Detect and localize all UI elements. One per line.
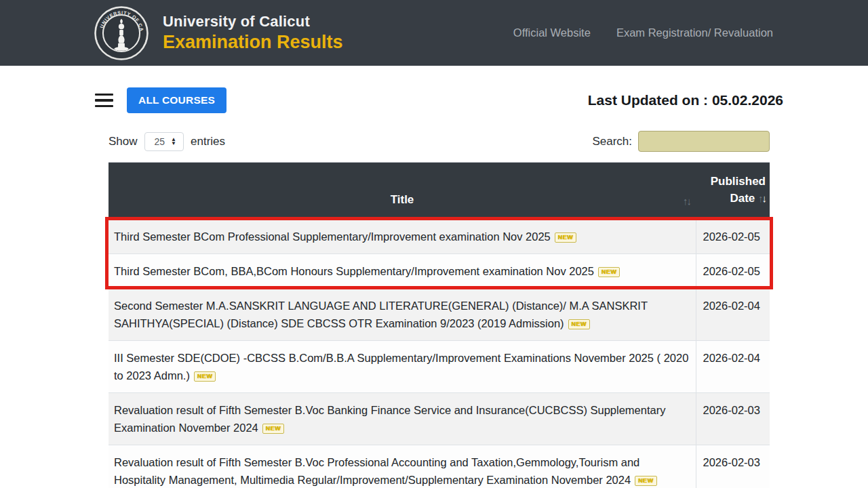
brand-block: University of Calicut Examination Result… bbox=[163, 13, 343, 53]
new-badge: NEW bbox=[194, 371, 216, 382]
result-row: Third Semester BCom, BBA,BCom Honours Su… bbox=[108, 254, 770, 289]
toolbar: ALL COURSES Last Updated on : 05.02.2026 bbox=[95, 87, 783, 113]
column-header-title[interactable]: Title ↑↓ bbox=[108, 163, 696, 220]
search-label: Search: bbox=[592, 135, 632, 148]
page-length-control: Show 25 ▲▼ entries bbox=[108, 132, 225, 151]
results-table: Title ↑↓ Published Date ↑↓ Third Semeste… bbox=[108, 162, 770, 488]
result-title-cell[interactable]: III Semester SDE(CDOE) -CBCSS B.Com/B.B.… bbox=[108, 341, 696, 393]
site-title: Examination Results bbox=[163, 32, 343, 53]
new-badge: NEW bbox=[635, 476, 657, 486]
results-table-body: Third Semester BCom Professional Supplem… bbox=[108, 220, 770, 488]
result-title-text[interactable]: Third Semester BCom, BBA,BCom Honours Su… bbox=[114, 265, 594, 277]
sort-icon-published-date[interactable]: ↑↓ bbox=[758, 192, 766, 204]
page-size-select[interactable]: 25 ▲▼ bbox=[144, 132, 184, 151]
page-size-value: 25 bbox=[155, 136, 165, 147]
search-control: Search: bbox=[592, 131, 770, 152]
new-badge: NEW bbox=[598, 267, 620, 277]
result-title-cell[interactable]: Revaluation result of Fifth Semester B.V… bbox=[108, 445, 696, 488]
result-row: Revaluation result of Fifth Semester B.V… bbox=[108, 393, 770, 445]
all-courses-button[interactable]: ALL COURSES bbox=[127, 87, 226, 113]
result-published-date: 2026-02-05 bbox=[696, 254, 770, 289]
university-logo-icon: UNIVERSITY OF CALICUT bbox=[94, 5, 149, 61]
new-badge: NEW bbox=[568, 319, 591, 329]
result-row: Third Semester BCom Professional Supplem… bbox=[108, 220, 770, 254]
result-title-text[interactable]: Revaluation result of Fifth Semester B.V… bbox=[114, 456, 639, 486]
result-row: Second Semester M.A.SANSKRIT LANGUAGE AN… bbox=[108, 289, 770, 341]
column-header-published-date[interactable]: Published Date ↑↓ bbox=[696, 163, 770, 220]
result-title-cell[interactable]: Third Semester BCom, BBA,BCom Honours Su… bbox=[108, 254, 696, 289]
result-published-date: 2026-02-04 bbox=[696, 289, 770, 341]
university-name: University of Calicut bbox=[163, 13, 343, 30]
table-controls: Show 25 ▲▼ entries Search: bbox=[108, 131, 770, 152]
result-title-text[interactable]: Third Semester BCom Professional Supplem… bbox=[114, 230, 551, 243]
results-table-wrap: Title ↑↓ Published Date ↑↓ Third Semeste… bbox=[108, 162, 770, 488]
result-title-cell[interactable]: Revaluation result of Fifth Semester B.V… bbox=[108, 393, 696, 445]
result-published-date: 2026-02-03 bbox=[696, 445, 770, 488]
nav-exam-registration-revaluation[interactable]: Exam Registration/ Revaluation bbox=[616, 26, 773, 39]
nav-official-website[interactable]: Official Website bbox=[513, 26, 591, 39]
result-published-date: 2026-02-03 bbox=[696, 393, 770, 445]
result-title-text[interactable]: Revaluation result of Fifth Semester B.V… bbox=[114, 404, 665, 434]
result-title-cell[interactable]: Second Semester M.A.SANSKRIT LANGUAGE AN… bbox=[108, 289, 696, 341]
menu-hamburger-icon[interactable] bbox=[95, 94, 113, 108]
result-title-text[interactable]: Second Semester M.A.SANSKRIT LANGUAGE AN… bbox=[114, 300, 648, 329]
new-badge: NEW bbox=[262, 424, 285, 434]
search-input[interactable] bbox=[638, 131, 770, 152]
last-updated-text: Last Updated on : 05.02.2026 bbox=[588, 92, 783, 108]
result-row: Revaluation result of Fifth Semester B.V… bbox=[108, 445, 770, 488]
entries-label: entries bbox=[191, 135, 225, 148]
new-badge: NEW bbox=[555, 232, 577, 243]
sort-icon-title[interactable]: ↑↓ bbox=[683, 195, 690, 207]
site-header: UNIVERSITY OF CALICUT University of Cali… bbox=[0, 0, 868, 66]
select-arrows-icon: ▲▼ bbox=[171, 138, 176, 146]
main-content: Show 25 ▲▼ entries Search: Title ↑↓ Pub bbox=[108, 131, 770, 488]
result-title-cell[interactable]: Third Semester BCom Professional Supplem… bbox=[108, 220, 696, 254]
table-header-row: Title ↑↓ Published Date ↑↓ bbox=[108, 163, 770, 220]
result-row: III Semester SDE(CDOE) -CBCSS B.Com/B.B.… bbox=[108, 341, 770, 393]
result-published-date: 2026-02-04 bbox=[696, 341, 770, 393]
top-nav: Official Website Exam Registration/ Reva… bbox=[513, 26, 773, 39]
result-published-date: 2026-02-05 bbox=[696, 220, 770, 254]
show-label: Show bbox=[108, 135, 138, 148]
